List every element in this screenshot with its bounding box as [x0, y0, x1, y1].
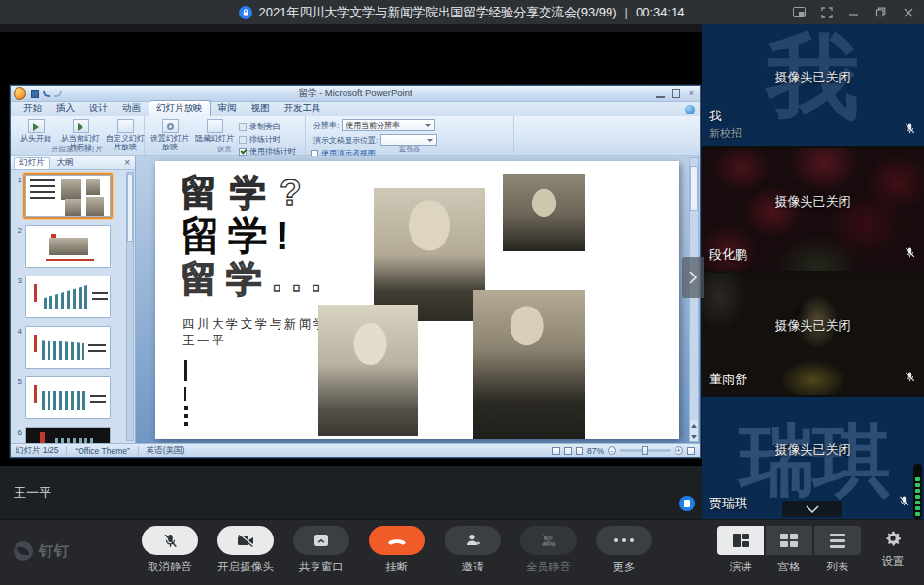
pane-scrollbar[interactable] — [126, 172, 134, 441]
mic-muted-icon — [162, 533, 179, 549]
pane-tab-slides[interactable]: 幻灯片 — [14, 157, 50, 169]
sorter-view-icon[interactable] — [564, 447, 572, 455]
pane-close-icon[interactable]: × — [122, 157, 132, 168]
slide-thumbnail-1[interactable]: 1 — [14, 175, 123, 217]
participant-tile-3[interactable]: 摄像头已关闭 董雨舒 — [702, 273, 924, 395]
shared-screen-area: 留学 - Microsoft PowerPoint × 开始 插入 设计 动画 … — [0, 24, 702, 519]
participant-name: 贾瑞琪 — [710, 495, 747, 512]
volume-meter — [913, 464, 922, 519]
dingtalk-logo — [14, 541, 33, 561]
grid-view-button[interactable]: 宫格 — [766, 526, 812, 574]
ppt-ribbon-tabs: 开始 插入 设计 动画 幻灯片放映 审阅 视图 开发工具 — [11, 102, 700, 116]
camera-on-button[interactable]: 开启摄像头 — [217, 526, 274, 574]
tab-view[interactable]: 视图 — [245, 101, 277, 116]
hangup-button[interactable]: 挂断 — [369, 526, 425, 574]
play-icon — [28, 119, 45, 133]
canvas-scrollbar[interactable] — [689, 157, 699, 442]
camera-off-label: 摄像头已关闭 — [702, 69, 924, 86]
zoom-out-icon[interactable]: - — [608, 446, 616, 455]
play-icon — [73, 119, 89, 133]
tab-slideshow[interactable]: 幻灯片放映 — [148, 100, 211, 116]
settings-button[interactable]: 设置 — [871, 530, 915, 569]
slide-thumbnail-4[interactable]: 4 — [14, 326, 123, 369]
zoom-level: 87% — [587, 446, 604, 456]
slideshow-view-icon[interactable] — [576, 447, 583, 455]
slide-thumbnail-2[interactable]: 2 — [14, 225, 123, 268]
participant-tile-me[interactable]: 我 摄像头已关闭 我 新校招 — [702, 24, 924, 146]
tab-review[interactable]: 审阅 — [212, 101, 244, 116]
zoom-slider[interactable] — [620, 449, 671, 452]
slide-thumbnail-6[interactable]: 6 — [14, 427, 123, 443]
participant-subname: 新校招 — [710, 126, 742, 141]
portrait-photo-1 — [374, 188, 485, 321]
titlebar: 2021年四川大学文学与新闻学院出国留学经验分享交流会(93/99) | 00:… — [0, 0, 924, 24]
pip-mode-button[interactable] — [793, 6, 806, 18]
minimize-button[interactable] — [847, 6, 860, 18]
ppt-minimize-button[interactable] — [656, 89, 665, 98]
slides-pane: 幻灯片 大纲 × 1 — [11, 156, 136, 443]
hide-slide-button[interactable]: 隐藏幻灯片 — [194, 119, 235, 143]
sidebar-collapse-button[interactable] — [682, 257, 704, 298]
hangup-icon — [387, 536, 407, 545]
share-assistant-icon[interactable] — [679, 496, 695, 511]
title-separator: | — [625, 5, 628, 19]
ppt-close-button[interactable]: × — [687, 89, 696, 98]
fit-to-window-icon[interactable] — [687, 447, 695, 455]
more-button[interactable]: 更多 — [596, 526, 652, 574]
maximize-button[interactable] — [874, 6, 887, 18]
fullscreen-button[interactable] — [820, 6, 833, 18]
slide-thumbnail-3[interactable]: 3 — [14, 276, 123, 318]
dingtalk-brand: 钉钉 — [14, 541, 70, 561]
next-slide-icon[interactable] — [691, 435, 697, 439]
normal-view-icon[interactable] — [552, 447, 560, 455]
camera-off-icon — [237, 534, 255, 548]
tab-animations[interactable]: 动画 — [116, 101, 148, 116]
mic-muted-icon — [904, 370, 916, 387]
slide-counter: 幻灯片 1/25 — [16, 445, 58, 457]
pane-tab-outline[interactable]: 大纲 — [52, 157, 79, 169]
timer-icon — [239, 136, 247, 144]
gear-icon — [884, 530, 902, 547]
mic-muted-icon — [904, 121, 916, 139]
ribbon-group-monitors: 分辨率: 使用当前分辨率 演示文稿显示位置: 使用 — [306, 116, 514, 155]
from-beginning-button[interactable]: 从头开始 — [16, 119, 56, 143]
ppt-maximize-button[interactable] — [672, 89, 680, 98]
share-window-button[interactable]: 共享窗口 — [293, 526, 349, 574]
tab-developer[interactable]: 开发工具 — [278, 101, 328, 116]
mute-all-icon — [540, 534, 557, 548]
unmute-button[interactable]: 取消静音 — [142, 526, 198, 574]
help-icon[interactable] — [685, 105, 695, 114]
tab-design[interactable]: 设计 — [82, 101, 115, 116]
record-narration-option[interactable]: 录制旁白 — [239, 121, 296, 132]
tab-home[interactable]: 开始 — [16, 101, 49, 116]
speaker-view-button[interactable]: 演讲 — [717, 526, 764, 574]
watermark-text: 瑞琪 — [702, 422, 924, 500]
participant-tile-2[interactable]: 摄像头已关闭 段化鹏 — [702, 148, 924, 271]
list-view-icon — [830, 534, 845, 548]
rehearse-timings-option[interactable]: 排练计时 — [239, 134, 296, 145]
participant-name: 我 — [710, 108, 722, 125]
close-button[interactable] — [902, 6, 914, 18]
slide-thumbnail-5[interactable]: 5 — [14, 376, 123, 419]
ribbon-group-setup: 设置幻灯片放映 隐藏幻灯片 录制旁白 排练计时 — [145, 116, 306, 155]
portrait-photo-4 — [473, 290, 585, 439]
participants-sidebar: 我 摄像头已关闭 我 新校招 摄像头已关闭 段化鹏 摄像头已关闭 董雨舒 瑞琪 … — [702, 24, 924, 519]
resolution-dropdown[interactable]: 使用当前分辨率 — [342, 119, 435, 131]
participant-name: 段化鹏 — [710, 246, 747, 264]
collapse-videos-button[interactable] — [782, 501, 842, 517]
tab-insert[interactable]: 插入 — [50, 101, 82, 116]
previous-slide-icon[interactable] — [691, 424, 697, 428]
invite-icon — [465, 533, 481, 548]
ribbon-group-start-show: 从头开始 从当前幻灯片开始 自定义幻灯片放映 开始放映幻灯片 — [11, 116, 145, 155]
slide-canvas: 留学? 留学! 留学... 四川大学文学与新闻学院 王一平 — [136, 156, 700, 443]
share-window-icon — [314, 534, 329, 547]
current-slide: 留学? 留学! 留学... 四川大学文学与新闻学院 王一平 — [155, 161, 679, 439]
ppt-statusbar: 幻灯片 1/25 “Office Theme” 英语(美国) 87% - + — [11, 443, 700, 457]
slide-author: 王一平 — [182, 333, 226, 349]
zoom-in-icon[interactable]: + — [675, 446, 683, 455]
mute-all-button[interactable]: 全员静音 — [520, 526, 577, 574]
list-view-button[interactable]: 列表 — [814, 526, 861, 574]
invite-button[interactable]: 邀请 — [445, 526, 501, 574]
meeting-title: 2021年四川大学文学与新闻学院出国留学经验分享交流会(93/99) — [258, 4, 616, 21]
theme-name: “Office Theme” — [75, 446, 129, 456]
